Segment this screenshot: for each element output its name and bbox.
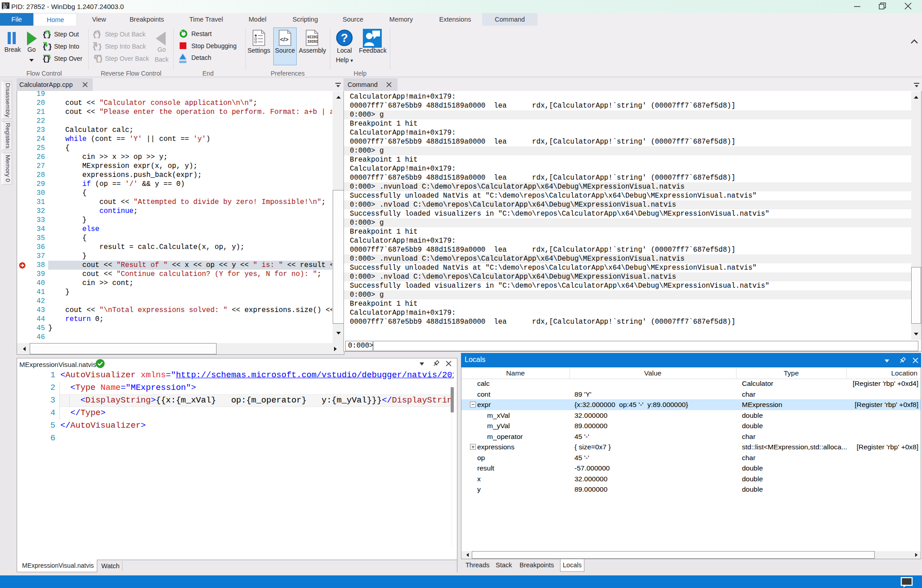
- svg-text:I0I0I: I0I0I: [307, 40, 318, 44]
- svg-text:}: }: [48, 43, 51, 50]
- svg-text:0II0I: 0II0I: [307, 35, 318, 40]
- svg-text:}: }: [98, 43, 101, 50]
- svg-text:?: ?: [341, 31, 348, 45]
- svg-text:</>: </>: [280, 36, 289, 43]
- svg-text:}: }: [99, 55, 102, 63]
